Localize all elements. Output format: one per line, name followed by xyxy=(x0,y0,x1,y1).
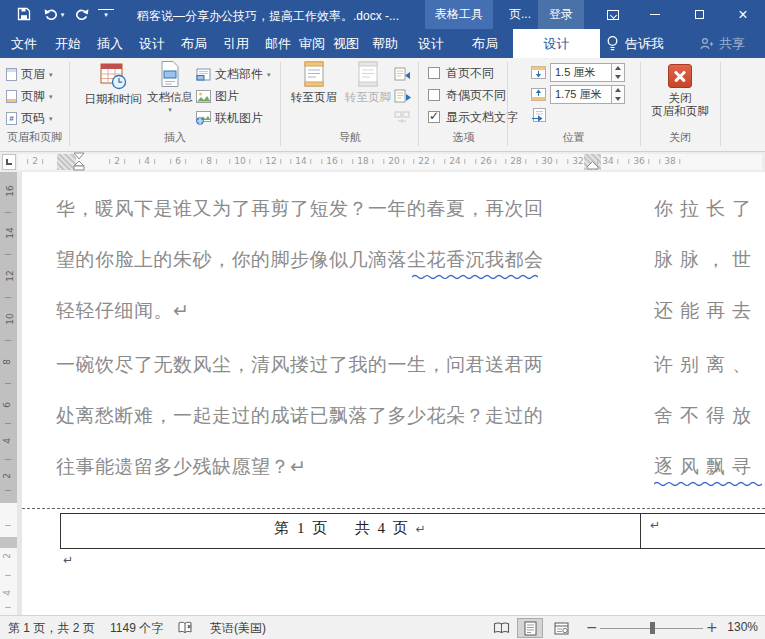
qat-customize-icon[interactable]: ▾ xyxy=(98,9,114,19)
ruler-number: 10 xyxy=(229,156,250,166)
goto-footer-icon xyxy=(355,60,381,88)
goto-footer-label: 转至页脚 xyxy=(345,91,391,104)
tab-headerfooter-design-active[interactable]: 设计 xyxy=(513,29,600,58)
pilcrow-mark: ↵ xyxy=(63,553,73,567)
footer-page-number-text[interactable]: 第 1 页 共 4 页 ↵ xyxy=(60,519,640,538)
document-info-label: 文档信息 xyxy=(147,91,193,104)
close-label-line1: 关闭 xyxy=(669,92,692,105)
next-section-button[interactable] xyxy=(394,86,411,106)
tab-insert[interactable]: 插入 xyxy=(87,29,133,58)
undo-dropdown-icon[interactable]: ▾ xyxy=(61,11,65,18)
ruler-number: 6 xyxy=(170,156,186,166)
indent-markers[interactable] xyxy=(72,152,86,172)
tab-design[interactable]: 设计 xyxy=(129,29,175,58)
pictures-button[interactable]: 图片 xyxy=(196,86,239,106)
language-indicator[interactable]: 英语(美国) xyxy=(210,620,266,637)
ruler-number: 34 xyxy=(597,156,618,166)
online-pictures-label: 联机图片 xyxy=(215,110,263,127)
header-button[interactable]: 页眉▾ xyxy=(6,64,53,84)
zoom-in-button[interactable]: + xyxy=(706,620,718,634)
insert-alignment-tab-button[interactable] xyxy=(531,108,547,127)
body-text-line: 还能再去 xyxy=(654,298,765,324)
pictures-icon xyxy=(196,90,211,103)
ruler-number: 6 xyxy=(2,402,12,408)
tab-file[interactable]: 文件 xyxy=(1,29,47,58)
date-time-button[interactable]: 日期和时间 xyxy=(82,60,144,106)
spellcheck-wavy-underline xyxy=(654,481,765,487)
different-odd-even-checkbox[interactable]: 奇偶页不同 xyxy=(428,87,506,103)
ruler-number: 2 xyxy=(2,553,12,559)
tell-me-button[interactable]: 告诉我 xyxy=(606,29,664,58)
zoom-slider-thumb[interactable] xyxy=(650,622,655,634)
tab-references[interactable]: 引用 xyxy=(213,29,259,58)
close-window-button[interactable]: × xyxy=(728,0,758,29)
tab-selector[interactable] xyxy=(2,154,16,170)
show-document-text-checkbox[interactable]: 显示文档文字 xyxy=(428,109,518,125)
horizontal-ruler[interactable]: 2 2 4 6 8 10 12 14 16 18 20 22 24 26 28 … xyxy=(0,152,765,172)
header-icon xyxy=(6,68,17,81)
minimize-button[interactable] xyxy=(640,0,670,29)
quick-parts-icon xyxy=(196,68,211,81)
ruler-number: 12 xyxy=(260,156,281,166)
sign-in-button[interactable]: 登录 xyxy=(538,0,584,29)
share-button[interactable]: 共享 xyxy=(700,29,745,58)
close-header-footer-button[interactable]: 关闭 页眉和页脚 xyxy=(642,64,718,118)
body-text-line: 脉脉，世 xyxy=(654,247,765,273)
body-text-line: 你拉长了 xyxy=(654,196,765,222)
goto-header-label: 转至页眉 xyxy=(291,91,337,104)
word-count[interactable]: 1149 个字 xyxy=(110,620,163,637)
web-layout-button[interactable] xyxy=(548,618,574,638)
footer-margin-marker[interactable] xyxy=(0,537,17,548)
undo-button[interactable]: ▾ xyxy=(42,5,66,23)
ruler-number: 2 xyxy=(109,156,125,166)
header-from-top-stepper[interactable] xyxy=(612,63,625,82)
document-info-button[interactable]: 文档信息 ▾ xyxy=(145,60,195,113)
ruler-number: 18 xyxy=(352,156,373,166)
print-layout-button[interactable] xyxy=(517,618,543,638)
footer-total-field[interactable]: 共 4 页 xyxy=(355,520,410,536)
ruler-number: 10 xyxy=(5,313,15,324)
redo-button[interactable] xyxy=(72,5,92,23)
goto-header-button[interactable]: 转至页眉 xyxy=(288,60,340,104)
tab-home[interactable]: 开始 xyxy=(45,29,91,58)
vertical-ruler[interactable]: 16 14 12 10 8 6 4 2 2 4 xyxy=(0,172,17,615)
goto-header-icon xyxy=(301,60,327,88)
ruler-number: 38 xyxy=(659,156,680,166)
footer-from-bottom-stepper[interactable] xyxy=(612,85,625,104)
close-label-line2: 页眉和页脚 xyxy=(651,105,709,118)
ribbon-display-options-button[interactable] xyxy=(598,0,628,29)
footer-from-bottom-field[interactable]: 1.75 厘米 xyxy=(550,85,612,104)
tab-table-design[interactable]: 设计 xyxy=(408,29,454,58)
save-icon[interactable] xyxy=(14,5,34,23)
maximize-button[interactable] xyxy=(684,0,714,29)
header-from-top-field[interactable]: 1.5 厘米 xyxy=(550,63,612,82)
proofing-errors-icon[interactable] xyxy=(177,621,194,638)
insert-alignment-tab-icon xyxy=(531,108,547,123)
close-header-footer-icon xyxy=(668,64,692,88)
ruler-number: 28 xyxy=(505,156,526,166)
ruler-number: 2 xyxy=(27,156,43,166)
lightbulb-icon xyxy=(606,35,619,52)
previous-section-button[interactable] xyxy=(394,64,411,84)
quick-parts-button[interactable]: 文档部件▾ xyxy=(196,64,271,84)
tab-layout[interactable]: 布局 xyxy=(171,29,217,58)
footer-page-field[interactable]: 第 1 页 xyxy=(274,520,329,536)
tab-table-layout[interactable]: 布局 xyxy=(462,29,508,58)
read-mode-button[interactable] xyxy=(488,618,514,638)
goto-footer-button: 转至页脚 xyxy=(342,60,394,104)
page-indicator[interactable]: 第 1 页，共 2 页 xyxy=(8,620,95,637)
zoom-level[interactable]: 130% xyxy=(720,620,758,634)
ruler-number: 14 xyxy=(5,227,15,238)
person-icon xyxy=(700,37,714,50)
page-number-button[interactable]: # 页码▾ xyxy=(6,108,53,128)
right-indent-marker[interactable] xyxy=(586,161,599,170)
pilcrow-mark: ↵ xyxy=(650,518,660,532)
footer-button[interactable]: 页脚▾ xyxy=(6,86,53,106)
tell-me-label: 告诉我 xyxy=(625,35,664,53)
word-window: ▾ ▾ 稻客说—分享办公技巧，提高工作效率。.docx -... 表格工具 页.… xyxy=(0,0,765,639)
tab-help[interactable]: 帮助 xyxy=(362,29,408,58)
online-pictures-button[interactable]: 联机图片 xyxy=(196,108,263,128)
zoom-out-button[interactable]: − xyxy=(586,620,598,634)
body-text-line: 华，暖风下是谁又为了再剪了短发？一年的春夏，再次回 xyxy=(56,196,566,222)
different-first-page-checkbox[interactable]: 首页不同 xyxy=(428,65,494,81)
